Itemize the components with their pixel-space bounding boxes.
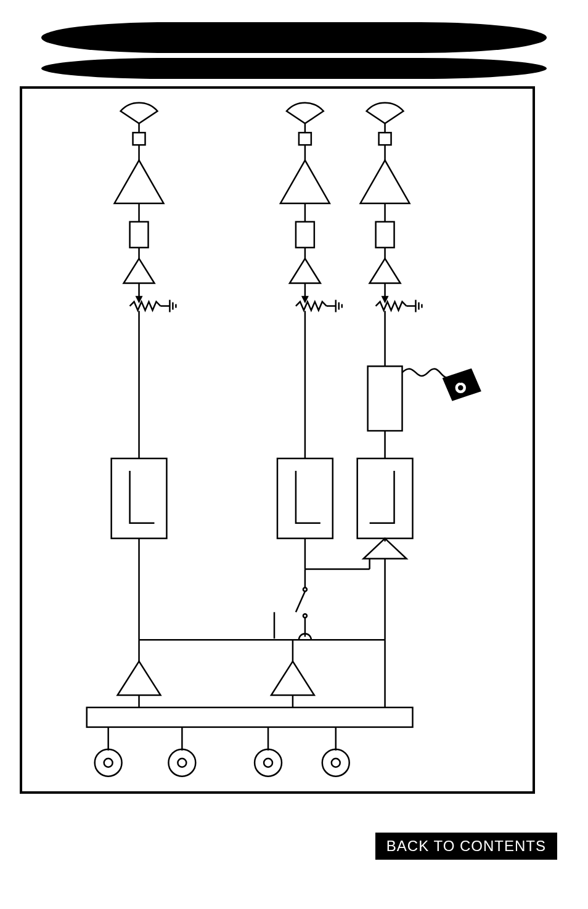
svg-point-68 (178, 759, 186, 767)
preamp-ch1 (115, 160, 164, 203)
svg-point-70 (264, 759, 272, 767)
svg-line-51 (296, 591, 305, 612)
svg-rect-41 (357, 459, 413, 539)
header-band-bottom (41, 58, 547, 79)
pad-ch1 (133, 132, 145, 145)
pad-ch3 (379, 132, 391, 145)
svg-point-69 (255, 749, 282, 777)
svg-marker-13 (137, 297, 142, 302)
output-jack-3 (255, 749, 282, 777)
svg-point-67 (168, 749, 195, 777)
svg-point-66 (104, 759, 113, 767)
switch-node (274, 569, 307, 638)
filter-ch1 (130, 222, 149, 248)
svg-rect-39 (112, 459, 167, 539)
remote-controller-icon (443, 369, 480, 400)
svg-point-71 (322, 749, 349, 777)
attenuator-ch1 (130, 283, 176, 312)
svg-marker-19 (303, 297, 308, 302)
svg-point-72 (332, 759, 340, 767)
svg-point-52 (303, 614, 307, 618)
block-diagram-frame (20, 86, 535, 794)
output-jack-1 (95, 749, 122, 777)
antenna-ch1 (121, 103, 158, 132)
channel-block-ch1 (112, 459, 167, 539)
svg-rect-33 (368, 366, 402, 431)
svg-marker-25 (383, 297, 388, 302)
attenuator-ch2 (296, 283, 342, 312)
pad-ch2 (299, 132, 311, 145)
driver-ch1 (124, 259, 155, 283)
output-driver-2 (271, 661, 314, 695)
attenuator-ch3 (376, 283, 422, 312)
ch3-module (368, 366, 481, 431)
filter-ch3 (376, 222, 394, 248)
output-bus (87, 707, 413, 727)
svg-rect-40 (277, 459, 333, 539)
block-diagram (22, 89, 533, 791)
driver-ch2 (290, 259, 321, 283)
svg-point-65 (95, 749, 122, 777)
channel-block-ch3 (357, 459, 413, 539)
svg-point-50 (303, 587, 307, 591)
channel-block-ch2 (277, 459, 333, 539)
output-driver-1 (118, 661, 161, 695)
driver-ch3 (370, 259, 401, 283)
preamp-ch2 (280, 160, 330, 203)
output-jack-4 (322, 749, 349, 777)
output-jack-2 (168, 749, 195, 777)
header-band-top (41, 22, 547, 53)
filter-ch2 (296, 222, 314, 248)
preamp-ch3 (361, 160, 410, 203)
antenna-ch3 (367, 103, 404, 132)
back-to-contents-button[interactable]: BACK TO CONTENTS (375, 833, 557, 860)
svg-point-36 (459, 386, 462, 389)
antenna-ch2 (287, 103, 324, 132)
